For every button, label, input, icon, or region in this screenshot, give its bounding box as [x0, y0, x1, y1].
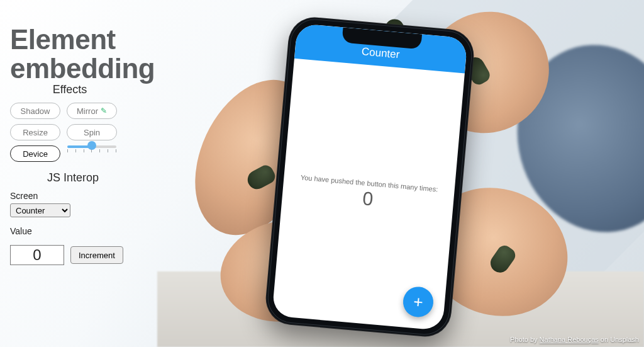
photo-credit: Photo by Nathana Rebouças on Unsplash: [510, 336, 639, 343]
fingernail: [245, 162, 278, 192]
phone-device-frame: Counter You have pushed the button this …: [264, 15, 476, 339]
mirror-toggle[interactable]: Mirror ✎: [67, 103, 117, 119]
effects-panel: Effects Shadow Mirror ✎ Resize Spin Devi…: [10, 83, 130, 162]
credit-author-link[interactable]: Nathana Rebouças: [540, 336, 599, 343]
mirror-label: Mirror: [77, 106, 98, 116]
shadow-toggle[interactable]: Shadow: [10, 103, 60, 119]
js-interop-panel: JS Interop Screen Counter Value Incremen…: [10, 171, 136, 265]
fingernail: [487, 242, 518, 276]
page-title-line1: Element: [10, 24, 116, 55]
slider-ticks: [67, 149, 116, 152]
spin-slider[interactable]: [67, 145, 116, 148]
device-toggle[interactable]: Device: [10, 145, 60, 162]
value-label: Value: [10, 226, 136, 236]
plus-icon: +: [413, 292, 424, 312]
pencil-icon: ✎: [101, 106, 107, 115]
jacket-sleeve: [497, 26, 644, 251]
js-interop-heading: JS Interop: [10, 171, 136, 185]
value-input[interactable]: [10, 245, 64, 265]
spin-slider-wrap: [67, 144, 117, 162]
page-title-line2: embedding: [10, 53, 155, 84]
screen-label: Screen: [10, 191, 136, 201]
resize-toggle[interactable]: Resize: [10, 124, 60, 140]
page-title: Element embedding: [10, 25, 155, 83]
phone-screen: Counter You have pushed the button this …: [272, 23, 468, 331]
credit-suffix: on Unsplash: [599, 336, 639, 343]
app-body: You have pushed the button this many tim…: [272, 59, 465, 331]
spin-toggle[interactable]: Spin: [67, 124, 117, 140]
credit-prefix: Photo by: [510, 336, 539, 343]
screen-select[interactable]: Counter: [10, 203, 70, 217]
effects-heading: Effects: [10, 83, 130, 96]
app-bar-title: Counter: [361, 45, 400, 61]
counter-value: 0: [362, 188, 374, 210]
increment-button[interactable]: Increment: [70, 246, 123, 264]
